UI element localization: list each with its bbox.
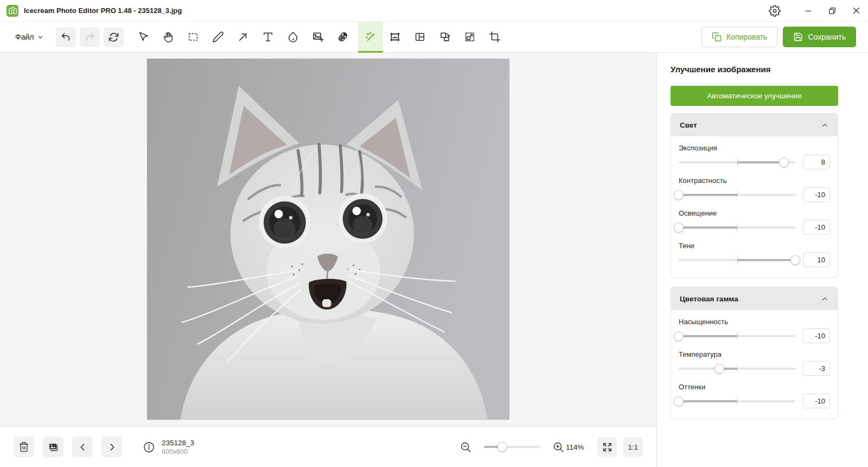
slider-label: Насыщенность [679,318,830,326]
zoom-slider-thumb[interactable] [497,442,507,452]
redo-icon [84,31,95,43]
slider-row: Контрастность-10 [679,176,830,202]
actual-size-button[interactable]: 1:1 [623,437,643,457]
copy-icon [712,32,722,42]
slider-thumb[interactable] [674,331,684,341]
file-menu[interactable]: Файл [15,33,44,41]
rotate-button[interactable] [104,27,124,47]
section-header[interactable]: Цветовая гамма [671,287,838,310]
text-tool[interactable] [257,22,279,53]
slider-label: Контрастность [679,176,830,185]
slider-label: Оттенки [679,383,830,391]
settings-gear-icon[interactable] [763,0,787,21]
crop-tool[interactable] [484,22,506,53]
slider-thumb[interactable] [674,190,684,200]
collage-tool[interactable] [409,22,431,53]
save-button[interactable]: Сохранить [783,27,856,47]
slider-thumb[interactable] [714,364,724,374]
toolbar: Файл [0,22,868,53]
fullscreen-icon [602,442,612,452]
collapse-chevron-icon[interactable] [821,121,829,129]
slider-thumb[interactable] [674,396,684,406]
window-title: Icecream Photo Editor PRO 1.48 - 235128_… [24,7,182,15]
arrow-tool[interactable] [232,22,254,53]
slider-value-box[interactable]: -10 [803,394,830,408]
slider-track[interactable] [679,331,795,341]
select-area-tool[interactable] [182,22,204,53]
close-icon[interactable] [844,0,868,21]
collage-icon [414,31,426,43]
slider-thumb[interactable] [674,223,684,232]
blur-tool[interactable] [282,22,304,53]
add-image-tool[interactable] [307,22,329,53]
trash-icon [18,441,29,452]
gallery-button[interactable] [43,437,63,457]
pencil-tool[interactable] [207,22,229,53]
undo-icon [60,31,72,43]
next-arrow-icon [107,442,117,452]
slider-label: Температура [679,350,830,358]
fit-screen-button[interactable] [597,437,617,457]
slider-value-box[interactable]: 8 [803,155,830,169]
rotate-icon [108,31,119,43]
enhance-panel: Улучшение изображения Автоматическое улу… [656,53,868,467]
zoom-out-icon [459,441,472,453]
auto-enhance-button[interactable]: Автоматическое улучшение [671,86,838,106]
arrow-icon [237,31,249,43]
pencil-icon [212,31,224,43]
restore-icon[interactable] [820,0,844,21]
slider-value-box[interactable]: -3 [803,361,830,376]
slider-track[interactable] [679,255,795,265]
minimize-icon[interactable] [796,0,820,21]
delete-button[interactable] [14,437,34,457]
magic-wand-tool[interactable] [358,22,383,53]
slider-value-box[interactable]: -10 [803,220,830,235]
info-icon[interactable] [143,441,155,453]
section-header[interactable]: Свет [671,113,838,136]
frame-tool[interactable] [384,22,406,53]
redo-button[interactable] [80,27,100,47]
panel-section: Цветовая гаммаНасыщенность-10Температура… [671,287,838,419]
slider-track[interactable] [679,157,795,167]
section-body: Насыщенность-10Температура-3Оттенки-10 [671,310,838,419]
slider-track[interactable] [679,190,795,200]
slider-value-box[interactable]: 10 [803,253,830,267]
blur-drop-icon [287,31,299,43]
collapse-chevron-icon[interactable] [821,295,829,303]
canvas-area[interactable] [0,53,656,426]
slider-thumb[interactable] [790,255,800,265]
panel-title: Улучшение изображения [671,65,838,74]
slider-track[interactable] [679,223,795,232]
slider-track[interactable] [679,364,795,374]
title-bar: Icecream Photo Editor PRO 1.48 - 235128_… [0,0,868,22]
slider-row: Температура-3 [679,350,830,376]
section-title: Свет [680,121,697,129]
slider-value-box[interactable]: -10 [803,329,830,343]
slider-value-box[interactable]: -10 [803,187,830,202]
resize-tool[interactable] [459,22,481,53]
crop-icon [489,31,501,43]
slider-track[interactable] [679,396,795,406]
flip-rotate-tool[interactable] [434,22,456,53]
zoom-level: 114% [566,443,586,451]
filters-tool[interactable] [332,22,354,53]
photo-surprised-cat[interactable] [147,59,509,420]
previous-image-button[interactable] [72,437,93,457]
save-icon [793,32,803,42]
slider-row: Оттенки-10 [679,383,830,408]
slider-label: Тени [679,242,830,250]
app-camera-icon [7,5,18,17]
slider-label: Освещение [679,209,830,217]
cursor-tool[interactable] [132,22,154,53]
hand-tool[interactable] [157,22,179,53]
slider-thumb[interactable] [779,157,789,167]
undo-button[interactable] [56,27,76,47]
next-image-button[interactable] [101,437,122,457]
copy-button-label: Копировать [726,33,767,41]
zoom-in-button[interactable] [552,441,565,453]
frame-icon [389,31,401,43]
copy-button[interactable]: Копировать [701,27,777,47]
zoom-slider[interactable] [484,442,540,452]
zoom-out-button[interactable] [459,441,472,453]
slider-row: Тени10 [679,242,830,267]
